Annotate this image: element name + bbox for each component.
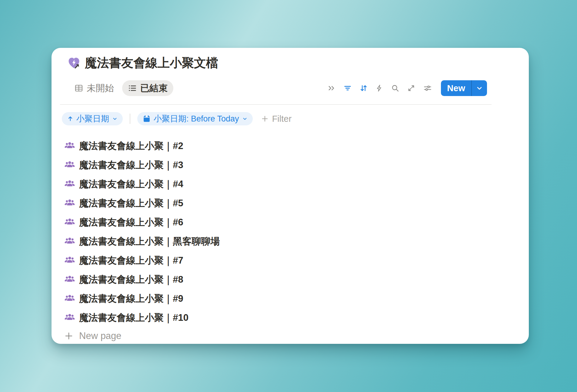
list-item[interactable]: 魔法書友會線上小聚｜#6 [64,213,492,232]
page-header: 魔法書友會線上小聚文檔 [67,55,218,71]
tab-not-started[interactable]: 未開始 [68,80,120,96]
sort-chip[interactable]: 小聚日期 [62,112,123,125]
chevron-down-icon [476,85,483,92]
chevron-down-icon [242,116,248,121]
people-group-icon [64,312,75,323]
sort-chip-label: 小聚日期 [76,113,109,124]
sort-arrows-icon[interactable] [359,84,368,92]
list-item-title: 魔法書友會線上小聚｜#6 [79,216,183,229]
list-item[interactable]: 魔法書友會線上小聚｜#2 [64,136,492,155]
new-dropdown-button[interactable] [472,80,487,96]
tab-ended[interactable]: 已結束 [122,80,173,96]
tab-label: 已結束 [140,82,168,95]
view-tabs: 未開始 已結束 [68,80,173,96]
page-title[interactable]: 魔法書友會線上小聚文檔 [85,55,218,71]
filter-lines-icon[interactable] [343,84,352,92]
list-item[interactable]: 魔法書友會線上小聚｜#5 [64,194,492,213]
list-item-title: 魔法書友會線上小聚｜#3 [79,159,183,171]
list-item[interactable]: 魔法書友會線上小聚｜#3 [64,155,492,174]
expand-icon[interactable] [407,84,415,92]
list-icon [128,84,137,93]
new-page-button[interactable]: New page [64,329,492,343]
people-group-icon [64,274,75,285]
new-button[interactable]: New [441,80,471,96]
list-item-title: 魔法書友會線上小聚｜#8 [79,273,183,286]
list-item-title: 魔法書友會線上小聚｜黑客聊聊場 [79,235,220,248]
plus-icon [261,115,269,123]
date-filter-chip[interactable]: 小聚日期: Before Today [137,112,253,125]
search-icon[interactable] [391,84,399,92]
add-filter-label: Filter [272,114,292,124]
people-group-icon [64,198,75,209]
people-group-icon [64,236,75,247]
database-card: 魔法書友會線上小聚文檔 未開始 [52,48,529,344]
people-group-icon [64,255,75,266]
date-filter-label: 小聚日期: Before Today [154,113,239,124]
people-group-icon [64,293,75,304]
list-item-title: 魔法書友會線上小聚｜#4 [79,178,183,191]
view-toolbar-band: 未開始 已結束 [52,80,529,96]
plus-icon [64,331,73,341]
heart-lightning-arrow-icon [67,56,81,70]
settings-sliders-icon[interactable] [423,84,432,93]
double-chevron-right-icon[interactable] [327,84,336,92]
filter-bar: 小聚日期 小聚日期: Before Today [62,112,292,125]
list-item-title: 魔法書友會線上小聚｜#5 [79,197,183,210]
people-group-icon [64,141,75,151]
list-item[interactable]: 魔法書友會線上小聚｜#8 [64,270,492,289]
calendar-icon [142,115,151,123]
list-item-title: 魔法書友會線上小聚｜#10 [79,311,188,324]
list-item-title: 魔法書友會線上小聚｜#2 [79,140,183,152]
add-filter-button[interactable]: Filter [261,114,292,124]
people-group-icon [64,160,75,171]
arrow-up-icon [67,115,74,122]
list-item[interactable]: 魔法書友會線上小聚｜#9 [64,289,492,308]
toolbar: New [327,80,487,96]
tab-label: 未開始 [87,82,114,95]
new-page-label: New page [79,331,122,341]
list-item-title: 魔法書友會線上小聚｜#7 [79,254,183,267]
list-item[interactable]: 魔法書友會線上小聚｜#10 [64,308,492,327]
list-item[interactable]: 魔法書友會線上小聚｜#4 [64,174,492,194]
chip-divider [130,114,130,124]
table-icon [74,84,83,93]
header-divider [60,104,492,105]
people-group-icon [64,179,75,190]
new-button-group: New [441,80,487,96]
chevron-down-icon [112,116,118,121]
list-item[interactable]: 魔法書友會線上小聚｜#7 [64,251,492,270]
list-item-title: 魔法書友會線上小聚｜#9 [79,292,183,305]
automation-bolt-icon[interactable] [375,84,383,92]
page-list: 魔法書友會線上小聚｜#2 魔法書友會線上小聚｜#3 魔法書友會線上小聚｜#4 魔… [64,136,492,343]
list-item[interactable]: 魔法書友會線上小聚｜黑客聊聊場 [64,232,492,251]
people-group-icon [64,217,75,228]
